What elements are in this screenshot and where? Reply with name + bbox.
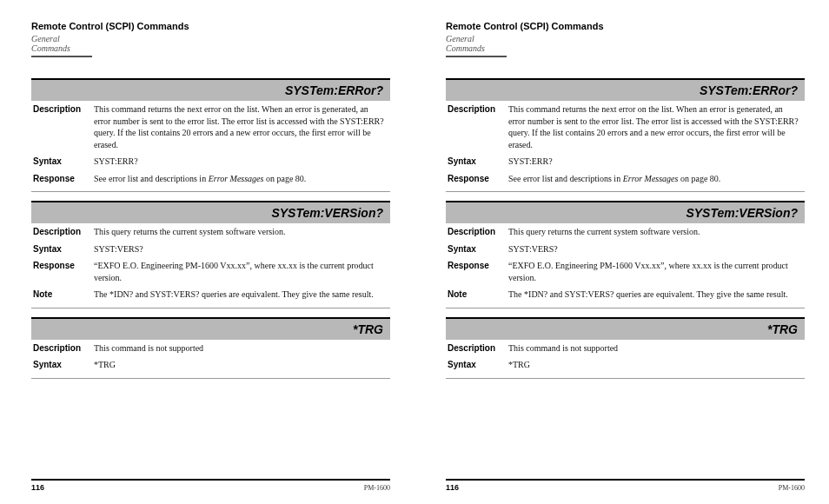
row-value: SYST:VERS? xyxy=(507,241,805,258)
table-row: Syntax*TRG xyxy=(446,356,805,374)
row-label: Syntax xyxy=(31,356,92,374)
row-value: SYST:ERR? xyxy=(92,153,390,170)
command-block: SYSTem:ERRor?DescriptionThis command ret… xyxy=(31,78,390,192)
row-value: The *IDN? and SYST:VERS? queries are equ… xyxy=(507,286,805,303)
row-value: “EXFO E.O. Engineering PM-1600 Vxx.xx”, … xyxy=(507,257,805,286)
command-heading: SYSTem:ERRor? xyxy=(446,78,805,101)
page-number: 116 xyxy=(446,483,459,492)
row-label: Syntax xyxy=(31,153,92,170)
command-table: DescriptionThis query returns the curren… xyxy=(446,223,805,303)
command-block: SYSTem:VERSion?DescriptionThis query ret… xyxy=(446,201,805,308)
row-value: This command returns the next error on t… xyxy=(92,101,390,153)
table-row: NoteThe *IDN? and SYST:VERS? queries are… xyxy=(446,286,805,303)
row-value: This command is not supported xyxy=(92,340,390,357)
section-subtitle: General Commands xyxy=(446,32,507,57)
row-label: Syntax xyxy=(446,153,507,170)
page-right: Remote Control (SCPI) CommandsGeneral Co… xyxy=(414,0,829,504)
table-row: Response“EXFO E.O. Engineering PM-1600 V… xyxy=(446,257,805,286)
page-footer: 116PM-1600 xyxy=(446,479,805,492)
table-row: DescriptionThis command returns the next… xyxy=(31,101,390,153)
row-value: This command returns the next error on t… xyxy=(507,101,805,153)
command-table: DescriptionThis command is not supported… xyxy=(446,340,805,374)
row-label: Response xyxy=(446,170,507,188)
command-block: SYSTem:ERRor?DescriptionThis command ret… xyxy=(446,78,805,192)
table-row: DescriptionThis command is not supported xyxy=(31,340,390,357)
command-name: SYSTem:VERSion? xyxy=(686,206,798,220)
table-row: Syntax*TRG xyxy=(31,356,390,374)
table-row: SyntaxSYST:ERR? xyxy=(446,153,805,170)
command-block: *TRGDescriptionThis command is not suppo… xyxy=(31,317,390,379)
page-left: Remote Control (SCPI) CommandsGeneral Co… xyxy=(0,0,414,504)
table-row: SyntaxSYST:VERS? xyxy=(446,241,805,258)
row-value: This query returns the current system so… xyxy=(507,223,805,241)
table-row: DescriptionThis query returns the curren… xyxy=(446,223,805,241)
row-value: SYST:VERS? xyxy=(92,241,390,258)
row-value: SYST:ERR? xyxy=(507,153,805,170)
chapter-title: Remote Control (SCPI) Commands xyxy=(446,21,805,31)
row-value: *TRG xyxy=(92,356,390,374)
row-label: Response xyxy=(446,257,507,286)
command-heading: *TRG xyxy=(31,317,390,340)
row-label: Description xyxy=(446,340,507,357)
command-name: SYSTem:ERRor? xyxy=(285,83,383,97)
command-table: DescriptionThis command is not supported… xyxy=(31,340,390,374)
command-block: SYSTem:VERSion?DescriptionThis query ret… xyxy=(31,201,390,308)
command-table: DescriptionThis command returns the next… xyxy=(31,101,390,187)
page-footer: 116PM-1600 xyxy=(31,479,390,492)
row-value: See error list and descriptions in Error… xyxy=(507,170,805,188)
row-label: Description xyxy=(31,101,92,153)
command-table: DescriptionThis command returns the next… xyxy=(446,101,805,187)
footer-model: PM-1600 xyxy=(779,484,805,492)
command-heading: SYSTem:VERSion? xyxy=(31,201,390,223)
row-label: Note xyxy=(446,286,507,303)
command-name: *TRG xyxy=(353,322,383,336)
command-heading: SYSTem:ERRor? xyxy=(31,78,390,101)
row-label: Syntax xyxy=(31,241,92,258)
command-name: SYSTem:ERRor? xyxy=(700,83,798,97)
row-label: Description xyxy=(446,101,507,153)
row-value: This query returns the current system so… xyxy=(92,223,390,241)
table-row: ResponseSee error list and descriptions … xyxy=(446,170,805,188)
table-row: NoteThe *IDN? and SYST:VERS? queries are… xyxy=(31,286,390,303)
command-table: DescriptionThis query returns the curren… xyxy=(31,223,390,303)
row-value: The *IDN? and SYST:VERS? queries are equ… xyxy=(92,286,390,303)
chapter-title: Remote Control (SCPI) Commands xyxy=(31,21,390,31)
table-row: SyntaxSYST:ERR? xyxy=(31,153,390,170)
row-label: Description xyxy=(31,223,92,241)
table-row: DescriptionThis command returns the next… xyxy=(446,101,805,153)
command-name: *TRG xyxy=(767,322,798,336)
table-row: SyntaxSYST:VERS? xyxy=(31,241,390,258)
table-row: Response“EXFO E.O. Engineering PM-1600 V… xyxy=(31,257,390,286)
command-block: *TRGDescriptionThis command is not suppo… xyxy=(446,317,805,379)
row-label: Syntax xyxy=(446,356,507,374)
row-label: Description xyxy=(31,340,92,357)
table-row: DescriptionThis command is not supported xyxy=(446,340,805,357)
footer-model: PM-1600 xyxy=(364,484,390,492)
row-value: See error list and descriptions in Error… xyxy=(92,170,390,188)
row-value: This command is not supported xyxy=(507,340,805,357)
row-label: Description xyxy=(446,223,507,241)
row-label: Response xyxy=(31,170,92,188)
command-heading: SYSTem:VERSion? xyxy=(446,201,805,223)
page-number: 116 xyxy=(31,483,44,492)
command-name: SYSTem:VERSion? xyxy=(271,206,383,220)
table-row: ResponseSee error list and descriptions … xyxy=(31,170,390,188)
row-label: Note xyxy=(31,286,92,303)
section-subtitle: General Commands xyxy=(31,32,92,57)
table-row: DescriptionThis query returns the curren… xyxy=(31,223,390,241)
row-value: “EXFO E.O. Engineering PM-1600 Vxx.xx”, … xyxy=(92,257,390,286)
row-value: *TRG xyxy=(507,356,805,374)
row-label: Response xyxy=(31,257,92,286)
command-heading: *TRG xyxy=(446,317,805,340)
row-label: Syntax xyxy=(446,241,507,258)
